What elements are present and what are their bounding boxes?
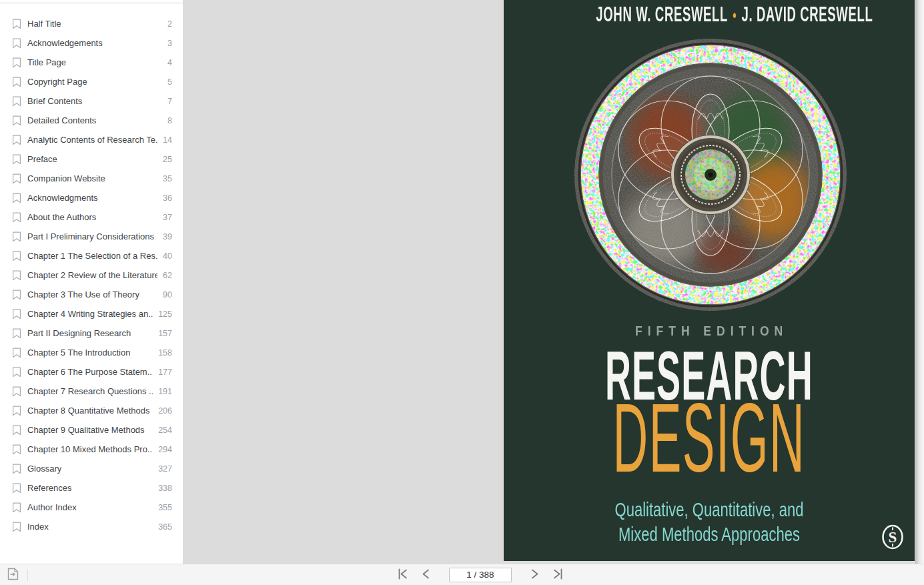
bookmark-label: Chapter 2 Review of the Literature bbox=[27, 270, 157, 280]
cover-title-design: DESIGN bbox=[504, 398, 915, 478]
bookmark-item[interactable]: Preface 25 bbox=[0, 149, 183, 169]
bookmark-item[interactable]: Author Index 355 bbox=[0, 498, 183, 517]
bookmark-page-number: 90 bbox=[157, 290, 172, 300]
bookmark-item[interactable]: Detailed Contents 8 bbox=[0, 111, 183, 130]
bookmark-icon bbox=[12, 425, 21, 436]
previous-page-button[interactable] bbox=[420, 567, 432, 583]
bookmark-label: Glossary bbox=[27, 464, 61, 474]
bookmark-item[interactable]: Chapter 5 The Introduction 158 bbox=[0, 343, 183, 362]
bookmark-label: Part I Preliminary Considerations bbox=[27, 231, 154, 241]
go-first-icon bbox=[396, 568, 409, 582]
bookmark-icon bbox=[12, 444, 21, 455]
bookmark-item[interactable]: Chapter 7 Research Questions ... 191 bbox=[0, 382, 183, 401]
book-cover-page: JOHN W. CRESWELL•J. DAVID CRESWELL bbox=[504, 0, 915, 561]
bookmark-item[interactable]: Glossary 327 bbox=[0, 459, 183, 478]
bookmark-item[interactable]: Chapter 2 Review of the Literature 62 bbox=[0, 265, 183, 285]
sage-publisher-logo: S bbox=[881, 524, 904, 550]
cover-subtitle-line2: Mixed Methods Approaches bbox=[553, 522, 865, 547]
bookmark-item[interactable]: Chapter 10 Mixed Methods Pro... 294 bbox=[0, 440, 183, 459]
bookmark-icon bbox=[12, 193, 21, 203]
bookmark-item[interactable]: Part I Preliminary Considerations 39 bbox=[0, 227, 183, 246]
bookmark-icon bbox=[12, 77, 21, 87]
bookmark-item[interactable]: Part II Designing Research 157 bbox=[0, 324, 183, 343]
bookmark-item[interactable]: Analytic Contents of Research Te... 14 bbox=[0, 130, 183, 149]
first-page-button[interactable] bbox=[395, 567, 410, 583]
bookmark-page-number: 36 bbox=[157, 193, 172, 203]
bookmark-page-number: 25 bbox=[157, 155, 172, 164]
bookmark-page-number: 294 bbox=[153, 445, 172, 454]
page-number-input[interactable] bbox=[449, 568, 512, 582]
bookmark-icon bbox=[12, 502, 21, 513]
bookmark-item[interactable]: Copyright Page 5 bbox=[0, 72, 183, 91]
bookmark-item[interactable]: Half Title 2 bbox=[0, 14, 183, 33]
bookmark-page-number: 2 bbox=[162, 19, 172, 29]
bookmark-page-number: 5 bbox=[162, 77, 172, 87]
bookmark-page-number: 206 bbox=[153, 406, 172, 416]
bookmark-item[interactable]: Index 365 bbox=[0, 517, 183, 536]
mandala-artwork bbox=[574, 38, 847, 312]
bookmark-label: Part II Designing Research bbox=[27, 328, 131, 338]
bookmark-label: Analytic Contents of Research Te... bbox=[27, 135, 157, 145]
bookmark-item[interactable]: Acknowledgments 36 bbox=[0, 188, 183, 207]
bookmark-icon bbox=[12, 367, 21, 378]
bookmark-icon bbox=[12, 231, 21, 242]
bookmark-icon bbox=[12, 57, 21, 68]
bookmark-label: Copyright Page bbox=[27, 77, 87, 87]
bookmark-item[interactable]: References 338 bbox=[0, 478, 183, 498]
bookmark-icon bbox=[12, 115, 21, 126]
vertical-scrollbar[interactable] bbox=[915, 0, 924, 564]
bookmark-label: Half Title bbox=[27, 19, 61, 29]
bookmark-icon bbox=[12, 251, 21, 261]
last-page-button[interactable] bbox=[550, 567, 566, 583]
cover-author-1: JOHN W. CRESWELL bbox=[596, 3, 728, 26]
bookmark-label: Chapter 3 The Use of Theory bbox=[27, 289, 139, 300]
bookmark-label: Author Index bbox=[27, 502, 77, 512]
bookmark-item[interactable]: Chapter 8 Quantitative Methods 206 bbox=[0, 401, 183, 420]
bookmark-page-number: 62 bbox=[157, 271, 172, 280]
bookmark-item[interactable]: Companion Website 35 bbox=[0, 169, 183, 188]
bookmark-page-number: 7 bbox=[162, 97, 172, 106]
bookmark-label: Detailed Contents bbox=[27, 115, 96, 125]
bookmark-item[interactable]: About the Authors 37 bbox=[0, 207, 183, 227]
bookmark-item[interactable]: Chapter 9 Qualitative Methods 254 bbox=[0, 420, 183, 440]
bookmark-icon bbox=[12, 289, 21, 300]
bookmark-label: Chapter 10 Mixed Methods Pro... bbox=[27, 444, 153, 454]
sage-logo-letter: S bbox=[889, 529, 897, 546]
pdf-reader-window: Half Title 2 Acknowledgements 3 bbox=[0, 0, 924, 585]
next-page-button[interactable] bbox=[529, 567, 541, 583]
bookmark-list: Half Title 2 Acknowledgements 3 bbox=[0, 3, 183, 536]
bookmark-item[interactable]: Chapter 6 The Purpose Statem... 177 bbox=[0, 362, 183, 382]
bookmark-item[interactable]: Chapter 4 Writing Strategies an... 125 bbox=[0, 304, 183, 324]
bookmark-item[interactable]: Chapter 3 The Use of Theory 90 bbox=[0, 285, 183, 304]
cover-author-2: J. DAVID CRESWELL bbox=[741, 3, 873, 26]
bookmark-page-number: 177 bbox=[153, 368, 172, 377]
bookmark-page-number: 14 bbox=[157, 135, 172, 145]
bookmark-icon bbox=[12, 406, 21, 416]
toggle-sidebar-button[interactable] bbox=[5, 568, 21, 582]
bookmark-label: Chapter 4 Writing Strategies an... bbox=[27, 309, 153, 319]
bookmark-page-number: 365 bbox=[153, 522, 172, 532]
bookmark-page-number: 191 bbox=[153, 387, 172, 396]
bookmark-icon bbox=[12, 173, 21, 184]
bookmark-icon bbox=[12, 96, 21, 107]
bookmark-icon bbox=[12, 38, 21, 49]
bookmark-item[interactable]: Brief Contents 7 bbox=[0, 91, 183, 111]
bookmark-icon bbox=[12, 386, 21, 397]
bookmark-item[interactable]: Acknowledgements 3 bbox=[0, 33, 183, 53]
bookmark-icon bbox=[12, 309, 21, 320]
bookmark-icon bbox=[12, 135, 21, 145]
bookmark-page-number: 125 bbox=[153, 310, 172, 319]
cover-subtitle: Qualitative, Quantitative, and Mixed Met… bbox=[504, 498, 915, 547]
bookmark-label: Chapter 8 Quantitative Methods bbox=[27, 406, 150, 416]
cover-subtitle-line1: Qualitative, Quantitative, and bbox=[553, 498, 865, 522]
bookmark-label: Chapter 6 The Purpose Statem... bbox=[27, 367, 153, 377]
bookmark-page-number: 8 bbox=[162, 116, 172, 125]
bookmark-page-number: 327 bbox=[153, 464, 172, 474]
bookmark-item[interactable]: Title Page 4 bbox=[0, 53, 183, 72]
chevron-left-icon bbox=[421, 568, 430, 582]
document-viewer[interactable]: JOHN W. CRESWELL•J. DAVID CRESWELL bbox=[183, 0, 924, 564]
bookmark-page-number: 355 bbox=[153, 503, 172, 512]
bookmark-icon bbox=[12, 212, 21, 223]
bookmark-item[interactable]: Chapter 1 The Selection of a Res... 40 bbox=[0, 246, 183, 265]
bookmark-icon bbox=[12, 464, 21, 474]
